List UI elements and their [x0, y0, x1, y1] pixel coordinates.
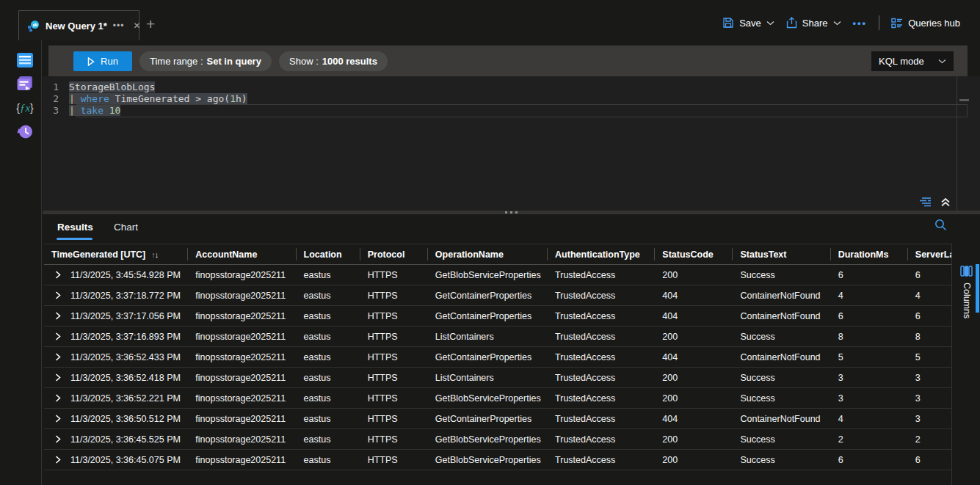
table-row[interactable]: 11/3/2025, 3:36:52.433 PMfinopsstorage20… — [44, 347, 951, 368]
cell[interactable]: 3 — [908, 388, 951, 409]
cell[interactable]: 5 — [831, 347, 908, 368]
cell[interactable]: Success — [733, 429, 830, 450]
cell[interactable]: Success — [733, 327, 830, 347]
cell[interactable]: eastus — [297, 368, 360, 388]
code-line[interactable]: 2| where TimeGenerated > ago(1h) — [43, 93, 980, 105]
cell-timegenerated[interactable]: 11/3/2025, 3:36:50.512 PM — [44, 409, 188, 429]
cell[interactable]: 4 — [831, 409, 908, 429]
cell[interactable]: TrustedAccess — [548, 388, 655, 409]
cell-timegenerated[interactable]: 11/3/2025, 3:36:45.525 PM — [44, 429, 188, 450]
new-tab-button[interactable]: + — [146, 15, 155, 33]
cell[interactable]: 6 — [908, 265, 951, 285]
show-results-picker[interactable]: Show : 1000 results — [279, 51, 388, 71]
cell[interactable]: 200 — [655, 429, 733, 450]
cell[interactable]: 200 — [655, 450, 733, 470]
cell[interactable]: 6 — [831, 265, 908, 285]
columns-icon[interactable] — [960, 266, 973, 277]
tables-icon[interactable] — [15, 51, 35, 70]
cell[interactable]: HTTPS — [360, 388, 428, 409]
cell[interactable]: TrustedAccess — [548, 306, 655, 327]
row-expand-icon[interactable] — [54, 415, 62, 423]
sort-descending-icon[interactable]: ↓ — [155, 250, 159, 259]
cell[interactable]: HTTPS — [360, 327, 428, 347]
queries-icon[interactable] — [15, 74, 35, 93]
cell[interactable]: Success — [733, 450, 830, 470]
cell[interactable]: ContainerNotFound — [733, 409, 830, 429]
cell[interactable]: 8 — [908, 327, 951, 347]
code-line[interactable]: 3| take 10 — [43, 105, 980, 117]
cell[interactable]: eastus — [297, 388, 360, 409]
table-row[interactable]: 11/3/2025, 3:36:50.512 PMfinopsstorage20… — [44, 409, 951, 429]
cell[interactable]: Success — [733, 368, 830, 388]
cell[interactable]: 6 — [831, 450, 908, 470]
cell[interactable]: 3 — [831, 388, 908, 409]
cell[interactable]: finopsstorage2025211 — [188, 306, 296, 327]
cell[interactable]: finopsstorage2025211 — [188, 327, 296, 347]
cell[interactable]: 200 — [655, 368, 733, 388]
table-row[interactable]: 11/3/2025, 3:45:54.928 PMfinopsstorage20… — [44, 265, 951, 285]
cell[interactable]: ContainerNotFound — [733, 306, 830, 327]
column-header-timegenerated-utc[interactable]: TimeGenerated [UTC]↑↓ — [44, 244, 188, 265]
cell[interactable]: finopsstorage2025211 — [188, 388, 296, 409]
code-line[interactable]: 1StorageBlobLogs — [43, 81, 980, 93]
cell[interactable]: GetBlobServiceProperties — [428, 265, 548, 285]
cell[interactable]: TrustedAccess — [548, 327, 655, 347]
cell[interactable]: TrustedAccess — [548, 368, 655, 388]
cell[interactable]: GetContainerProperties — [428, 347, 548, 368]
search-icon[interactable] — [934, 218, 948, 232]
tab-new-query-1[interactable]: New Query 1* ••• ✕ — [18, 10, 139, 40]
table-row[interactable]: 11/3/2025, 3:37:17.056 PMfinopsstorage20… — [44, 306, 951, 327]
columns-side-panel[interactable]: Columns — [951, 244, 980, 485]
column-header-protocol[interactable]: Protocol — [360, 244, 428, 265]
cell[interactable]: HTTPS — [360, 368, 428, 388]
table-row[interactable]: 11/3/2025, 3:36:52.221 PMfinopsstorage20… — [44, 388, 951, 409]
cell[interactable]: 200 — [655, 265, 733, 285]
cell[interactable]: finopsstorage2025211 — [188, 347, 296, 368]
query-history-icon[interactable] — [15, 122, 35, 141]
row-expand-icon[interactable] — [54, 291, 62, 299]
cell[interactable]: 404 — [655, 409, 733, 429]
cell[interactable]: 6 — [908, 450, 951, 470]
results-scrollbar-thumb[interactable] — [976, 264, 979, 313]
cell[interactable]: eastus — [297, 409, 360, 429]
cell[interactable]: ContainerNotFound — [733, 347, 830, 368]
tab-close-icon[interactable]: ✕ — [133, 21, 140, 31]
cell[interactable]: TrustedAccess — [548, 265, 655, 285]
column-header-accountname[interactable]: AccountName — [188, 244, 296, 265]
cell[interactable]: eastus — [297, 429, 360, 450]
cell[interactable]: eastus — [297, 265, 360, 285]
cell[interactable]: TrustedAccess — [548, 285, 655, 306]
cell[interactable]: 3 — [831, 368, 908, 388]
more-options-button[interactable]: ••• — [853, 18, 868, 29]
cell[interactable]: GetBlobServiceProperties — [428, 429, 548, 450]
cell[interactable]: 404 — [655, 347, 733, 368]
tab-results[interactable]: Results — [57, 222, 93, 233]
cell[interactable]: eastus — [297, 285, 360, 306]
cell[interactable]: HTTPS — [360, 450, 428, 470]
cell-timegenerated[interactable]: 11/3/2025, 3:45:54.928 PM — [44, 265, 188, 285]
table-row[interactable]: 11/3/2025, 3:37:18.772 PMfinopsstorage20… — [44, 285, 951, 306]
cell[interactable]: finopsstorage2025211 — [188, 285, 296, 306]
queries-hub-button[interactable]: Queries hub — [891, 18, 960, 29]
cell[interactable]: ContainerNotFound — [733, 285, 830, 306]
column-header-serverlat[interactable]: ServerLat — [908, 244, 951, 265]
share-button[interactable]: Share — [786, 17, 841, 29]
cell[interactable]: 404 — [655, 285, 733, 306]
cell[interactable]: finopsstorage2025211 — [188, 450, 296, 470]
row-expand-icon[interactable] — [54, 456, 62, 464]
column-header-durationms[interactable]: DurationMs — [831, 244, 908, 265]
cell[interactable]: 6 — [908, 306, 951, 327]
column-header-authenticationtype[interactable]: AuthenticationType — [548, 244, 655, 265]
row-expand-icon[interactable] — [54, 394, 62, 402]
table-row[interactable]: 11/3/2025, 3:36:45.525 PMfinopsstorage20… — [44, 429, 951, 450]
cell[interactable]: TrustedAccess — [548, 450, 655, 470]
cell[interactable]: finopsstorage2025211 — [188, 265, 296, 285]
cell[interactable]: finopsstorage2025211 — [188, 409, 296, 429]
cell[interactable]: HTTPS — [360, 409, 428, 429]
cell[interactable]: HTTPS — [360, 347, 428, 368]
cell[interactable]: 5 — [908, 347, 951, 368]
cell[interactable]: GetContainerProperties — [428, 409, 548, 429]
format-query-icon[interactable] — [919, 197, 934, 207]
row-expand-icon[interactable] — [54, 373, 62, 382]
row-expand-icon[interactable] — [54, 332, 62, 340]
